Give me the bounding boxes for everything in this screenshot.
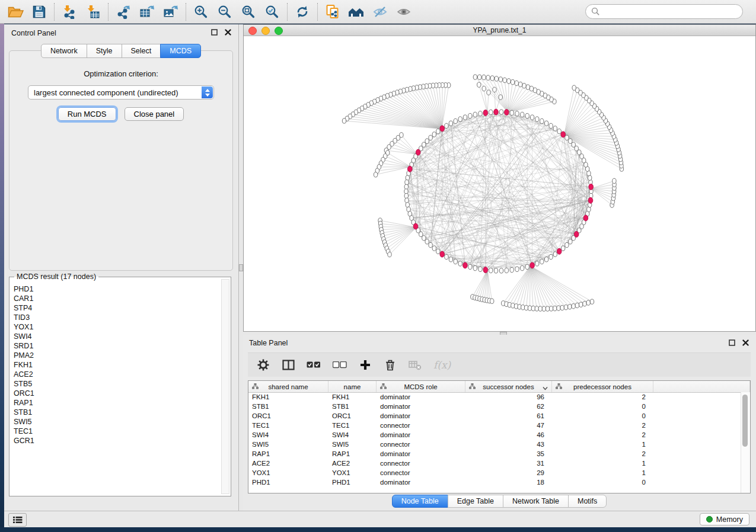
memory-button[interactable]: Memory bbox=[700, 513, 749, 525]
tab-select[interactable]: Select bbox=[122, 44, 161, 58]
table-panel-header: Table Panel bbox=[243, 335, 756, 349]
mcds-result-title: MCDS result (17 nodes) bbox=[14, 273, 98, 281]
float-panel-icon[interactable] bbox=[729, 339, 735, 346]
list-item[interactable]: SRD1 bbox=[14, 341, 221, 351]
list-item[interactable]: STP4 bbox=[14, 303, 221, 313]
column-header-successor-nodes[interactable]: successor nodes bbox=[465, 381, 552, 392]
window-close-icon[interactable] bbox=[248, 27, 257, 35]
table-row[interactable]: YOX1YOX1connector291 bbox=[248, 468, 741, 477]
select-all-icon[interactable] bbox=[307, 358, 321, 372]
list-item[interactable]: TEC1 bbox=[14, 427, 221, 436]
zoom-fit-icon[interactable] bbox=[237, 2, 260, 22]
export-table-icon[interactable] bbox=[135, 2, 159, 22]
list-item[interactable]: SWI5 bbox=[14, 417, 221, 427]
search-input[interactable] bbox=[585, 4, 743, 19]
column-header-MCDS-role[interactable]: MCDS role bbox=[377, 381, 465, 392]
list-item[interactable]: PMA2 bbox=[14, 351, 221, 360]
table-scrollbar-thumb[interactable] bbox=[742, 395, 748, 447]
table-row[interactable]: FKH1FKH1dominator962 bbox=[248, 392, 741, 402]
toolbar-separator bbox=[287, 3, 288, 21]
mcds-result-scrollbar[interactable] bbox=[221, 279, 229, 494]
table-row[interactable]: ORC1ORC1dominator610 bbox=[248, 411, 741, 421]
list-item[interactable]: YOX1 bbox=[14, 322, 221, 332]
optimization-criterion-select[interactable]: largest connected component (undirected) bbox=[28, 85, 214, 100]
tab-network-table[interactable]: Network Table bbox=[503, 495, 569, 508]
zoom-out-icon[interactable] bbox=[213, 2, 237, 22]
zoom-selected-icon[interactable] bbox=[260, 2, 284, 22]
table-cell: 47 bbox=[465, 421, 552, 430]
tab-network[interactable]: Network bbox=[41, 44, 87, 58]
tab-style[interactable]: Style bbox=[87, 44, 122, 58]
table-row[interactable]: RAP1RAP1dominator352 bbox=[248, 449, 741, 459]
show-panels-button[interactable] bbox=[8, 513, 27, 527]
sort-chevron-icon[interactable] bbox=[543, 384, 548, 392]
close-panel-icon[interactable] bbox=[225, 29, 231, 36]
column-header-shared-name[interactable]: shared name bbox=[248, 381, 328, 392]
desktop-background-left bbox=[0, 24, 4, 527]
show-all-icon[interactable] bbox=[392, 2, 416, 22]
tab-motifs[interactable]: Motifs bbox=[568, 495, 607, 508]
close-panel-icon[interactable] bbox=[742, 339, 749, 346]
tab-mcds[interactable]: MCDS bbox=[160, 44, 201, 58]
network-window-titlebar[interactable]: YPA_prune.txt_1 bbox=[244, 25, 755, 36]
table-cell: 2 bbox=[552, 430, 653, 440]
import-network-icon[interactable] bbox=[58, 2, 81, 22]
optimization-criterion-value: largest connected component (undirected) bbox=[34, 88, 178, 97]
import-table-icon[interactable] bbox=[81, 2, 105, 22]
list-item[interactable]: SWI4 bbox=[14, 332, 221, 341]
list-item[interactable]: CAR1 bbox=[14, 294, 221, 303]
gear-icon[interactable] bbox=[257, 358, 270, 372]
table-cell: 1 bbox=[552, 468, 653, 477]
table-cell: RAP1 bbox=[328, 449, 377, 459]
delete-table-icon[interactable] bbox=[409, 358, 422, 372]
export-network-icon[interactable] bbox=[111, 2, 135, 22]
run-mcds-button[interactable]: Run MCDS bbox=[58, 107, 116, 121]
node-table: shared namenameMCDS rolesuccessor nodesp… bbox=[248, 380, 751, 493]
vertical-splitter[interactable] bbox=[239, 24, 243, 511]
close-panel-button[interactable]: Close panel bbox=[125, 107, 184, 121]
list-item[interactable]: ORC1 bbox=[14, 389, 221, 398]
table-row[interactable]: PHD1PHD1dominator180 bbox=[248, 477, 741, 487]
hide-selected-icon[interactable] bbox=[368, 2, 392, 22]
table-row[interactable]: SWI4SWI4dominator462 bbox=[248, 430, 741, 440]
save-icon[interactable] bbox=[27, 2, 51, 22]
table-cell: 0 bbox=[552, 411, 653, 421]
refresh-icon[interactable] bbox=[291, 2, 314, 22]
table-scrollbar[interactable] bbox=[741, 392, 750, 493]
table-cell: 2 bbox=[552, 392, 653, 402]
mcds-result-list[interactable]: PHD1CAR1STP4TID3YOX1SWI4SRD1PMA2FKH1ACE2… bbox=[9, 281, 221, 495]
window-minimize-icon[interactable] bbox=[261, 27, 270, 35]
float-panel-icon[interactable] bbox=[211, 29, 218, 36]
zoom-in-icon[interactable] bbox=[189, 2, 213, 22]
table-row[interactable]: SWI5SWI5connector431 bbox=[248, 440, 741, 449]
table-row[interactable]: TEC1TEC1connector472 bbox=[248, 421, 741, 430]
table-header-row: shared namenameMCDS rolesuccessor nodesp… bbox=[248, 381, 750, 393]
table-row[interactable]: ACE2ACE2connector311 bbox=[248, 459, 741, 468]
vertical-splitter-handle[interactable] bbox=[239, 264, 243, 271]
list-item[interactable]: PHD1 bbox=[14, 284, 221, 294]
tab-edge-table[interactable]: Edge Table bbox=[448, 495, 503, 508]
duplicate-network-icon[interactable] bbox=[321, 2, 344, 22]
list-item[interactable]: ACE2 bbox=[14, 370, 221, 379]
list-item[interactable]: STB5 bbox=[14, 379, 221, 389]
column-header-predecessor-nodes[interactable]: predecessor nodes bbox=[552, 381, 653, 392]
list-item[interactable]: STB1 bbox=[14, 408, 221, 417]
table-cell: PHD1 bbox=[248, 477, 328, 487]
list-item[interactable]: GCR1 bbox=[14, 436, 221, 446]
list-item[interactable]: FKH1 bbox=[14, 360, 221, 370]
add-column-icon[interactable] bbox=[359, 358, 372, 372]
split-panel-icon[interactable] bbox=[282, 358, 295, 372]
export-image-icon[interactable] bbox=[159, 2, 183, 22]
function-icon[interactable]: f(x) bbox=[433, 358, 451, 372]
window-maximize-icon[interactable] bbox=[275, 27, 283, 35]
deselect-all-icon[interactable] bbox=[333, 358, 347, 372]
delete-icon[interactable] bbox=[384, 358, 397, 372]
tab-node-table[interactable]: Node Table bbox=[392, 495, 448, 508]
list-item[interactable]: TID3 bbox=[14, 313, 221, 322]
table-row[interactable]: STB1STB1dominator620 bbox=[248, 402, 741, 411]
network-canvas[interactable] bbox=[244, 36, 755, 331]
column-header-name[interactable]: name bbox=[328, 381, 377, 392]
list-item[interactable]: RAP1 bbox=[14, 398, 221, 408]
open-icon[interactable] bbox=[4, 2, 27, 22]
first-neighbors-icon[interactable] bbox=[344, 2, 368, 22]
